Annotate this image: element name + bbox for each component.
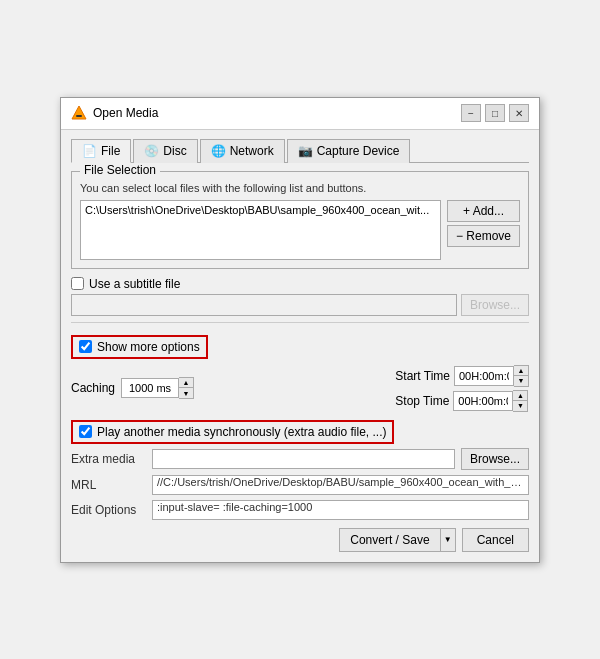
disc-tab-label: Disc [163,144,186,158]
start-down-button[interactable]: ▼ [514,376,528,386]
extra-media-row: Extra media Browse... [71,448,529,470]
edit-options-label: Edit Options [71,503,146,517]
title-bar: Open Media − □ ✕ [61,98,539,130]
title-buttons: − □ ✕ [461,104,529,122]
stop-down-button[interactable]: ▼ [513,401,527,411]
divider1 [71,322,529,323]
caching-area: Caching ▲ ▼ [71,377,194,399]
stop-spin-buttons: ▲ ▼ [513,390,528,412]
extra-media-browse-button[interactable]: Browse... [461,448,529,470]
edit-options-value[interactable]: :input-slave= :file-caching=1000 [152,500,529,520]
caching-time-row: Caching ▲ ▼ Start Time [71,365,529,412]
time-fields: Start Time ▲ ▼ Stop Time [395,365,529,412]
start-time-row: Start Time ▲ ▼ [395,365,529,387]
subtitle-checkbox[interactable] [71,277,84,290]
file-buttons: + Add... − Remove [447,200,520,247]
stop-time-row: Stop Time ▲ ▼ [395,390,529,412]
caching-input[interactable] [121,378,179,398]
add-button[interactable]: + Add... [447,200,520,222]
remove-button[interactable]: − Remove [447,225,520,247]
file-tab-label: File [101,144,120,158]
tab-capture[interactable]: 📷 Capture Device [287,139,411,163]
capture-tab-label: Capture Device [317,144,400,158]
caching-down-button[interactable]: ▼ [179,388,193,398]
file-selection-inner: You can select local files with the foll… [80,178,520,260]
caching-up-button[interactable]: ▲ [179,378,193,388]
window-content: 📄 File 💿 Disc 🌐 Network 📷 Capture Device… [61,130,539,562]
extra-media-input[interactable] [152,449,455,469]
start-time-spin: ▲ ▼ [454,365,529,387]
file-list-area[interactable]: C:\Users\trish\OneDrive\Desktop\BABU\sam… [80,200,441,260]
stop-up-button[interactable]: ▲ [513,391,527,401]
capture-tab-icon: 📷 [298,144,313,158]
stop-time-label: Stop Time [395,394,449,408]
subtitle-row: Browse... [71,294,529,316]
file-tab-icon: 📄 [82,144,97,158]
subtitle-label[interactable]: Use a subtitle file [89,277,180,291]
bottom-buttons-row: Convert / Save ▼ Cancel [71,528,529,552]
tab-file[interactable]: 📄 File [71,139,131,163]
maximize-button[interactable]: □ [485,104,505,122]
start-time-label: Start Time [395,369,450,383]
mrl-row: MRL //C:/Users/trish/OneDrive/Desktop/BA… [71,475,529,495]
caching-spin-buttons: ▲ ▼ [179,377,194,399]
svg-rect-1 [76,115,82,117]
disc-tab-icon: 💿 [144,144,159,158]
play-sync-box: Play another media synchronously (extra … [71,420,394,444]
minimize-button[interactable]: − [461,104,481,122]
svg-marker-0 [72,106,86,119]
open-media-window: Open Media − □ ✕ 📄 File 💿 Disc 🌐 Network [60,97,540,563]
caching-spin: ▲ ▼ [121,377,194,399]
file-hint: You can select local files with the foll… [80,182,520,194]
start-time-input[interactable] [454,366,514,386]
extra-media-label: Extra media [71,452,146,466]
show-more-options-checkbox[interactable] [79,340,92,353]
close-button[interactable]: ✕ [509,104,529,122]
play-sync-checkbox[interactable] [79,425,92,438]
file-path: C:\Users\trish\OneDrive\Desktop\BABU\sam… [85,204,429,216]
convert-save-button[interactable]: Convert / Save [339,528,439,552]
stop-time-spin: ▲ ▼ [453,390,528,412]
network-tab-icon: 🌐 [211,144,226,158]
convert-save-button-group: Convert / Save ▼ [339,528,455,552]
title-bar-left: Open Media [71,105,158,121]
start-up-button[interactable]: ▲ [514,366,528,376]
caching-label: Caching [71,381,115,395]
vlc-icon [71,105,87,121]
show-more-options-box: Show more options [71,335,208,359]
tab-network[interactable]: 🌐 Network [200,139,285,163]
tab-disc[interactable]: 💿 Disc [133,139,197,163]
file-entry: C:\Users\trish\OneDrive\Desktop\BABU\sam… [85,203,436,217]
edit-options-row: Edit Options :input-slave= :file-caching… [71,500,529,520]
play-sync-label[interactable]: Play another media synchronously (extra … [97,425,386,439]
file-selection-label: File Selection [80,163,160,177]
file-selection-group: File Selection You can select local file… [71,171,529,269]
mrl-label: MRL [71,478,146,492]
start-spin-buttons: ▲ ▼ [514,365,529,387]
window-title: Open Media [93,106,158,120]
subtitle-input[interactable] [71,294,457,316]
subtitle-checkbox-row: Use a subtitle file [71,277,529,291]
time-area: Start Time ▲ ▼ Stop Time [395,365,529,412]
subtitle-browse-button[interactable]: Browse... [461,294,529,316]
cancel-button[interactable]: Cancel [462,528,529,552]
stop-time-input[interactable] [453,391,513,411]
file-row: C:\Users\trish\OneDrive\Desktop\BABU\sam… [80,200,520,260]
show-more-options-label[interactable]: Show more options [97,340,200,354]
mrl-value: //C:/Users/trish/OneDrive/Desktop/BABU/s… [152,475,529,495]
network-tab-label: Network [230,144,274,158]
convert-save-arrow-button[interactable]: ▼ [440,528,456,552]
tab-bar: 📄 File 💿 Disc 🌐 Network 📷 Capture Device [71,138,529,163]
